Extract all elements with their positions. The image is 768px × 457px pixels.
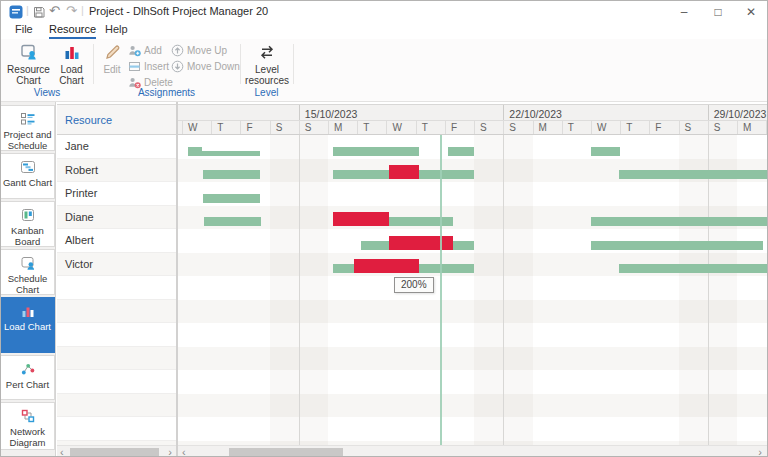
add-button[interactable]: Add — [128, 44, 162, 59]
table-row[interactable] — [57, 417, 176, 441]
current-date-line — [440, 135, 442, 445]
scroll-right-icon[interactable]: › — [168, 446, 172, 457]
save-icon[interactable] — [32, 5, 46, 19]
table-row[interactable] — [57, 323, 176, 347]
edit-icon — [103, 43, 121, 61]
scroll-left-icon[interactable]: ‹ — [60, 446, 64, 457]
sidebar-item-network-diagram[interactable]: Network Diagram — [1, 402, 55, 450]
day-header-cell: T — [620, 121, 649, 135]
chart-body: 200% — [178, 135, 767, 445]
sidebar-item-load-chart[interactable]: Load Chart — [1, 297, 55, 353]
resource-name: Albert — [65, 234, 94, 246]
day-header-cell: S — [299, 121, 328, 135]
load-bar[interactable] — [333, 170, 389, 179]
load-bar[interactable] — [389, 217, 453, 226]
titlebar-separator: | — [81, 4, 84, 16]
resource-table: Resource JaneRobertPrinterDianeAlbertVic… — [57, 104, 176, 445]
load-bar[interactable] — [419, 264, 474, 273]
table-row[interactable] — [57, 347, 176, 371]
edit-button[interactable]: Edit — [97, 42, 127, 92]
week-separator-line — [708, 135, 709, 445]
overload-bar[interactable] — [354, 259, 419, 273]
load-bar[interactable] — [619, 264, 767, 273]
load-bar[interactable] — [419, 170, 474, 179]
window-title: Project - DlhSoft Project Manager 20 — [89, 5, 268, 17]
menu-help[interactable]: Help — [105, 23, 128, 37]
resource-row-victor[interactable]: Victor — [57, 253, 176, 277]
table-horizontal-scrollbar[interactable]: ‹ › — [57, 445, 176, 457]
table-row[interactable] — [57, 370, 176, 394]
day-header-cell: M — [328, 121, 357, 135]
resource-row-albert[interactable]: Albert — [57, 229, 176, 253]
menu-resource[interactable]: Resource — [49, 23, 96, 39]
insert-button[interactable]: Insert — [128, 60, 169, 75]
day-header-cell: T — [211, 121, 240, 135]
minimize-button[interactable]: – — [669, 1, 699, 23]
scroll-right-icon[interactable]: › — [758, 446, 762, 457]
load-chart-nav-icon — [20, 303, 36, 319]
sidebar-item-project-and-schedule[interactable]: Project and Schedule — [1, 105, 55, 151]
level-resources-icon — [258, 43, 276, 61]
load-bar[interactable] — [333, 147, 419, 156]
resource-row-robert[interactable]: Robert — [57, 159, 176, 183]
weekend-column — [708, 135, 737, 445]
load-bar[interactable] — [591, 241, 763, 250]
undo-icon[interactable]: ↶ — [49, 3, 60, 19]
ribbon-separator — [93, 44, 94, 84]
load-bar[interactable] — [204, 217, 261, 226]
load-bar[interactable] — [591, 217, 767, 226]
load-bar[interactable] — [188, 147, 202, 156]
kanban-board-icon — [20, 207, 36, 223]
load-bar[interactable] — [453, 241, 474, 250]
table-scrollbar-thumb[interactable] — [70, 448, 159, 457]
redo-icon[interactable]: ↷ — [66, 3, 77, 19]
resource-name: Printer — [65, 187, 97, 199]
load-bar[interactable] — [333, 264, 354, 273]
overload-bar[interactable] — [333, 212, 389, 226]
scroll-left-icon[interactable]: ‹ — [182, 446, 186, 457]
load-bar[interactable] — [619, 170, 767, 179]
load-bar[interactable] — [361, 241, 389, 250]
level-resources-button[interactable]: Level resources — [243, 42, 291, 92]
resource-chart-icon — [20, 43, 38, 61]
table-row[interactable] — [57, 394, 176, 418]
sidebar-item-label: Pert Chart — [6, 379, 49, 390]
load-bar[interactable] — [203, 170, 260, 179]
chart-scrollbar-thumb[interactable] — [229, 448, 343, 457]
menu-file[interactable]: File — [15, 23, 33, 37]
resource-row-jane[interactable]: Jane — [57, 135, 176, 159]
close-button[interactable]: ✕ — [736, 1, 766, 23]
sidebar-item-kanban-board[interactable]: Kanban Board — [1, 201, 55, 247]
maximize-button[interactable]: □ — [703, 1, 733, 23]
move-down-button[interactable]: Move Down — [171, 60, 240, 75]
week-separator-line — [299, 135, 300, 445]
ribbon: Resource Chart Load Chart Edit Add Inser… — [1, 39, 767, 102]
resource-column-header[interactable]: Resource — [57, 104, 176, 135]
week-cell: 15/10/2023 — [299, 105, 503, 121]
sidebar-item-gantt-chart[interactable]: Gantt Chart — [1, 153, 55, 199]
table-row[interactable] — [57, 300, 176, 324]
overload-bar[interactable] — [389, 236, 453, 250]
week-cell: 22/10/2023 — [503, 105, 707, 121]
load-bar[interactable] — [591, 147, 620, 156]
resource-row-printer[interactable]: Printer — [57, 182, 176, 206]
move-up-button[interactable]: Move Up — [171, 44, 227, 59]
weekend-column — [270, 135, 299, 445]
group-label-views: Views — [1, 87, 93, 98]
overload-bar[interactable] — [389, 165, 419, 179]
load-bar[interactable] — [448, 147, 474, 156]
sidebar-item-pert-chart[interactable]: Pert Chart — [1, 355, 55, 400]
weekend-column — [679, 135, 708, 445]
sidebar-item-schedule-chart[interactable]: Schedule Chart — [1, 249, 55, 295]
resource-row-diane[interactable]: Diane — [57, 206, 176, 230]
load-bar[interactable] — [203, 194, 260, 203]
load-bar[interactable] — [202, 151, 260, 156]
resource-chart-button[interactable]: Resource Chart — [5, 42, 52, 92]
load-chart-button[interactable]: Load Chart — [53, 42, 90, 92]
table-row[interactable] — [57, 276, 176, 300]
resource-name: Victor — [65, 258, 93, 270]
chart-horizontal-scrollbar[interactable]: ‹ › — [178, 445, 767, 457]
load-percentage-tooltip: 200% — [394, 277, 434, 293]
sidebar-item-label: Load Chart — [4, 321, 51, 332]
week-label: 15/10/2023 — [305, 108, 358, 120]
